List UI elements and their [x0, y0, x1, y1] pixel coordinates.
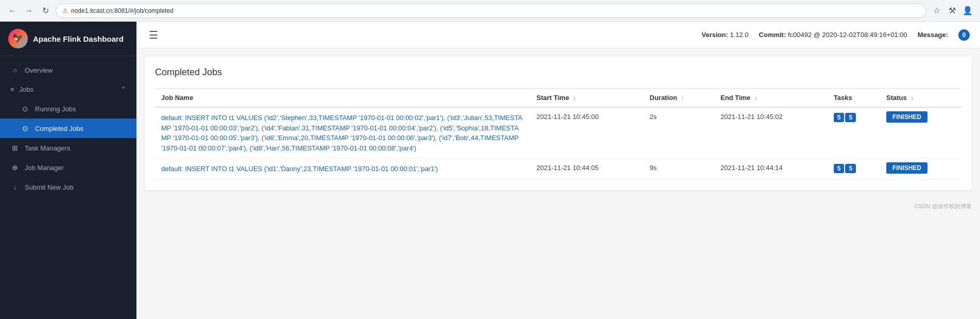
task-badge-a-1: 5: [834, 164, 845, 173]
end-time-cell-1: 2021-11-21 10:44:14: [714, 159, 828, 180]
sidebar-item-running-jobs[interactable]: ⊙ Running Jobs: [0, 99, 136, 119]
profile-button[interactable]: 👤: [961, 5, 974, 17]
task-badge-b-1: 5: [845, 164, 856, 173]
jobs-icon: ≡: [10, 86, 14, 93]
chevron-up-icon: ⌃: [121, 86, 126, 93]
sidebar-item-jobs[interactable]: ≡ Jobs ⌃: [0, 80, 136, 99]
bookmark-button[interactable]: ☆: [931, 5, 943, 17]
app-logo-text: Apache Flink Dashboard: [33, 35, 124, 43]
message-info: Message:: [918, 31, 948, 39]
sidebar: 🦅 Apache Flink Dashboard ○ Overview ≡ Jo…: [0, 22, 136, 319]
duration-cell-0: 2s: [644, 107, 715, 159]
status-sort-icon: ↕: [910, 95, 914, 101]
url-text: node1.itcast.cn:8081/#/job/completed: [71, 7, 920, 14]
col-header-tasks: Tasks: [828, 89, 880, 108]
commit-info: Commit: fc00492 @ 2020-12-02T08:49:16+01…: [759, 31, 907, 39]
address-bar[interactable]: ⚠ node1.itcast.cn:8081/#/job/completed: [56, 4, 926, 18]
status-badge-0: FINISHED: [886, 111, 927, 123]
running-jobs-icon: ⊙: [21, 105, 30, 113]
table-row: default: INSERT INTO t1 VALUES ('id1','D…: [155, 159, 961, 180]
sidebar-item-task-managers-label: Task Managers: [25, 144, 70, 152]
duration-sort-icon: ↕: [681, 95, 684, 101]
col-header-duration[interactable]: Duration ↕: [644, 89, 715, 108]
sidebar-item-completed-jobs[interactable]: ⊙ Completed Jobs: [0, 119, 136, 138]
page-title: Completed Jobs: [155, 67, 961, 78]
menu-toggle-button[interactable]: ☰: [147, 27, 160, 43]
sidebar-item-submit-new-job[interactable]: ↓ Submit New Job: [0, 177, 136, 197]
back-button[interactable]: ←: [6, 5, 19, 17]
sidebar-item-overview-label: Overview: [25, 66, 53, 74]
col-header-end-time[interactable]: End Time ↕: [714, 89, 828, 108]
app-container: 🦅 Apache Flink Dashboard ○ Overview ≡ Jo…: [0, 22, 980, 319]
version-info: Version: 1.12.0: [701, 31, 748, 39]
end-time-sort-icon: ↕: [754, 95, 758, 101]
table-row: default: INSERT INTO t1 VALUES ('id2','S…: [155, 107, 961, 159]
sidebar-nav: ○ Overview ≡ Jobs ⌃ ⊙ Running Jobs ⊙: [0, 56, 136, 201]
sidebar-item-submit-new-job-label: Submit New Job: [25, 183, 74, 191]
sidebar-item-completed-jobs-label: Completed Jobs: [35, 125, 83, 132]
tasks-cell-0: 5 5: [828, 107, 880, 159]
status-badge-1: FINISHED: [886, 162, 927, 174]
task-badge-a-0: 5: [834, 113, 845, 122]
reload-button[interactable]: ↻: [39, 5, 51, 17]
start-time-sort-icon: ↕: [573, 95, 576, 101]
sidebar-item-running-jobs-label: Running Jobs: [35, 105, 76, 113]
duration-cell-1: 9s: [644, 159, 715, 180]
task-managers-icon: ⊞: [10, 144, 20, 152]
col-header-start-time[interactable]: Start Time ↕: [530, 89, 644, 108]
sidebar-item-job-manager-label: Job Manager: [25, 164, 64, 172]
sidebar-item-overview[interactable]: ○ Overview: [0, 60, 136, 80]
overview-icon: ○: [10, 66, 20, 74]
footer-note: CSDN @涂作权的博客: [136, 198, 980, 212]
sidebar-item-job-manager[interactable]: ⊕ Job Manager: [0, 158, 136, 177]
start-time-cell-1: 2021-11-21 10:44:05: [530, 159, 644, 180]
app-logo-icon: 🦅: [8, 29, 28, 48]
main-content: Completed Jobs Job Name Start Time ↕: [136, 48, 980, 319]
security-icon: ⚠: [62, 7, 68, 14]
task-badge-b-0: 5: [845, 113, 856, 122]
job-manager-icon: ⊕: [10, 163, 20, 172]
sidebar-item-jobs-label: Jobs: [20, 86, 33, 93]
content-area: Completed Jobs Job Name Start Time ↕: [145, 57, 972, 190]
completed-jobs-icon: ⊙: [21, 124, 30, 132]
browser-chrome: ← → ↻ ⚠ node1.itcast.cn:8081/#/job/compl…: [0, 0, 980, 22]
end-time-cell-0: 2021-11-21 10:45:02: [714, 107, 828, 159]
header-info: Version: 1.12.0 Commit: fc00492 @ 2020-1…: [701, 29, 970, 41]
table-header-row: Job Name Start Time ↕ Duration ↕: [155, 89, 961, 108]
job-name-cell-0[interactable]: default: INSERT INTO t1 VALUES ('id2','S…: [155, 107, 530, 159]
col-header-status[interactable]: Status ↕: [880, 89, 961, 108]
tasks-cell-1: 5 5: [828, 159, 880, 180]
sidebar-item-task-managers[interactable]: ⊞ Task Managers: [0, 138, 136, 158]
message-count-badge[interactable]: 0: [958, 29, 970, 41]
submit-new-job-icon: ↓: [10, 183, 20, 191]
start-time-cell-0: 2021-11-21 10:45:00: [530, 107, 644, 159]
status-cell-0: FINISHED: [880, 107, 961, 159]
col-header-job-name: Job Name: [155, 89, 530, 108]
status-cell-1: FINISHED: [880, 159, 961, 180]
sidebar-logo: 🦅 Apache Flink Dashboard: [0, 22, 136, 56]
extensions-button[interactable]: ⚒: [946, 5, 958, 17]
top-header: ☰ Version: 1.12.0 Commit: fc00492 @ 2020…: [136, 22, 980, 48]
jobs-table: Job Name Start Time ↕ Duration ↕: [155, 88, 961, 180]
job-name-cell-1[interactable]: default: INSERT INTO t1 VALUES ('id1','D…: [155, 159, 530, 180]
forward-button[interactable]: →: [23, 5, 35, 17]
